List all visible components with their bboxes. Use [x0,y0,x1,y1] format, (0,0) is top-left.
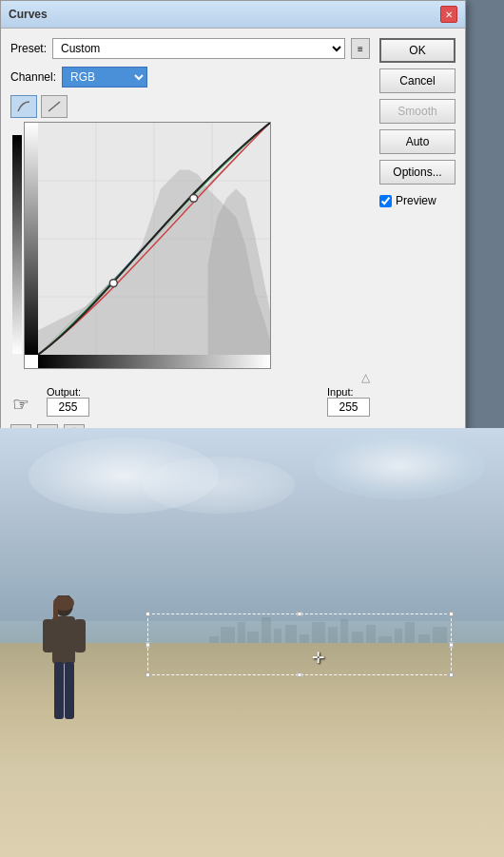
preset-select[interactable]: Custom [52,38,345,59]
curve-container [10,122,370,369]
warning-icon: △ [361,371,370,384]
output-axis-gradient [12,135,22,354]
output-label: Output: [47,386,89,398]
right-panel: OK Cancel Smooth Auto Options... Preview [379,38,456,473]
svg-rect-39 [54,662,64,719]
control-point-2[interactable] [190,194,198,202]
hand-tool[interactable]: ☞ [10,390,37,417]
output-input[interactable] [47,398,89,417]
svg-text:☞: ☞ [12,394,29,415]
output-input-row: ☞ Output: Input: [10,386,370,417]
ok-button[interactable]: OK [379,38,456,63]
pencil-tool-button[interactable] [41,95,68,118]
cloud-2 [314,433,485,499]
selection-handle-tr[interactable] [449,612,454,616]
preset-row: Preset: Custom ≡ [10,38,370,59]
background-photo: ✛ [0,428,504,857]
curves-dialog: Curves ✕ Preset: Custom ≡ Channel: [0,0,466,483]
curve-tools [10,95,370,118]
curve-tool-icon [16,100,31,113]
curve-area[interactable] [24,122,271,369]
title-bar-left: Curves [9,8,48,21]
output-gradient-sidebar [25,123,38,355]
cancel-button[interactable]: Cancel [379,68,456,93]
channel-select[interactable]: RGB Red Green Blue [62,67,147,88]
curve-canvas[interactable] [38,123,270,355]
person-figure [38,595,90,729]
cloud-3 [143,457,295,514]
channel-row: Channel: RGB Red Green Blue [10,67,370,88]
preview-label: Preview [396,194,436,207]
svg-rect-40 [65,662,74,719]
input-section: Input: [327,386,370,417]
svg-rect-37 [43,619,54,652]
smooth-button[interactable]: Smooth [379,99,456,124]
output-gradient-bar [12,135,22,354]
selection-handle-bm[interactable] [298,672,302,677]
channel-select-wrapper: RGB Red Green Blue [62,67,147,88]
selection-handle-bl[interactable] [145,672,150,677]
selection-handle-tm[interactable] [298,612,302,616]
title-bar: Curves ✕ [1,1,465,29]
preset-options-icon[interactable]: ≡ [351,38,370,59]
control-point-1[interactable] [109,280,117,287]
output-axis [10,122,24,369]
preview-checkbox[interactable] [379,195,392,207]
dialog-body: Preset: Custom ≡ Channel: RGB Red Green … [1,29,465,482]
hand-tool-icon: ☞ [10,390,37,417]
preset-label: Preset: [10,42,47,55]
warning-row: △ [10,371,370,384]
selection-handle-tl[interactable] [145,612,150,616]
histogram-svg [38,123,270,355]
input-label: Input: [327,386,370,398]
svg-rect-38 [74,619,86,652]
output-section: Output: [47,386,89,417]
selection-handle-rm[interactable] [449,642,454,647]
input-input[interactable] [327,398,370,417]
pencil-tool-icon [47,100,62,113]
close-button[interactable]: ✕ [440,6,457,23]
channel-label: Channel: [10,70,56,84]
input-gradient-bar [38,355,270,368]
selection-handle-lm[interactable] [145,642,150,647]
preset-select-wrapper: Custom [52,38,345,59]
selection-handle-br[interactable] [449,672,454,677]
options-button[interactable]: Options... [379,160,456,185]
curve-tool-button[interactable] [10,95,37,118]
move-cursor-icon: ✛ [312,649,324,667]
svg-line-0 [48,102,60,111]
dialog-title: Curves [9,8,48,21]
svg-rect-36 [52,616,75,664]
preview-row: Preview [379,194,456,207]
left-panel: Preset: Custom ≡ Channel: RGB Red Green … [10,38,370,473]
auto-button[interactable]: Auto [379,129,456,154]
selection-box [147,614,452,675]
svg-rect-42 [53,603,58,620]
